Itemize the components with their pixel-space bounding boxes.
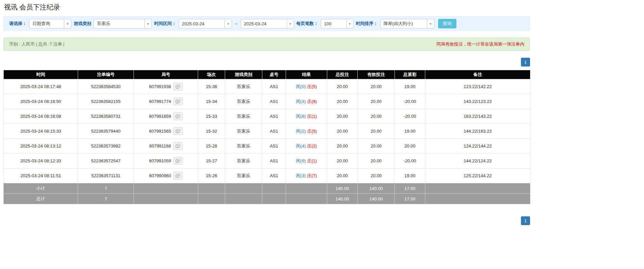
table-row: 2025-03-24 08:16:08 522363580731 6079916… xyxy=(4,109,530,124)
page-size-label: 每页笔数： xyxy=(296,21,318,27)
cell-total-bet[interactable]: 20.00 xyxy=(327,124,358,139)
cell-total-bet[interactable]: 20.00 xyxy=(327,168,358,183)
cell-total-bet[interactable]: 20.00 xyxy=(327,94,358,109)
cell-table-no: AS1 xyxy=(262,139,286,154)
pagination-top: 1 xyxy=(3,58,530,66)
table-row: 2025-03-24 08:13:12 522363573982 6079911… xyxy=(4,139,530,154)
subtotal-count: 7 xyxy=(78,183,134,194)
cell-payout: -20.00 xyxy=(395,94,425,109)
game-type-label: 游戏类别 xyxy=(74,21,91,27)
date-to-dropdown[interactable]: 2025-03-24 ▾ xyxy=(241,19,294,28)
cell-round-id: 607991774 xyxy=(134,94,198,109)
total-row: 总计 7 140.00 140.00 17.00 xyxy=(4,194,530,204)
summary-info: 币别 : 人民币 | 总共 :7 注单 | xyxy=(9,41,65,47)
col-header-valid-bet: 有效投注 xyxy=(358,70,395,79)
col-header-result: 结果 xyxy=(286,70,327,79)
page-title: 视讯 会员下注纪录 xyxy=(4,3,530,12)
cell-payout: 19.00 xyxy=(395,168,425,183)
cards-icon xyxy=(175,99,181,104)
round-id-value: 607991059 xyxy=(149,158,171,163)
pagination-bottom: 1 xyxy=(3,216,530,232)
select-type-label: 请选择： xyxy=(9,21,27,27)
total-valid-bet: 140.00 xyxy=(358,194,395,204)
result-player: 闲(8) xyxy=(296,114,306,119)
view-cards-button[interactable] xyxy=(173,127,183,135)
table-row: 2025-03-24 08:11:51 522363571131 6079909… xyxy=(4,168,530,183)
cell-result: 闲(9)庄(1) xyxy=(286,154,327,168)
cell-bet-id: 522363572547 xyxy=(78,154,134,168)
cell-bet-id: 522363584530 xyxy=(78,79,134,94)
total-total-bet: 140.00 xyxy=(327,194,358,204)
view-cards-button[interactable] xyxy=(173,157,183,165)
bet-records-table: 时间 注单编号 局号 场次 游戏类别 桌号 结果 总投注 有效投注 总派彩 备注… xyxy=(3,70,530,204)
page-size-value: 100 xyxy=(321,19,346,28)
total-count: 7 xyxy=(78,194,134,204)
search-button[interactable]: 查询 xyxy=(438,19,456,28)
page-size-dropdown[interactable]: 100 ▾ xyxy=(321,19,354,28)
sort-order-value: 降幂(由大到小) xyxy=(381,19,427,28)
round-id-value: 607991774 xyxy=(149,99,171,104)
cell-valid-bet: 20.00 xyxy=(358,109,395,124)
cards-icon xyxy=(175,173,181,178)
cell-game-type: 百家乐 xyxy=(225,109,262,124)
round-id-value: 607991168 xyxy=(149,143,171,149)
result-banker: 庄(7) xyxy=(307,173,317,178)
cell-time: 2025-03-24 08:16:50 xyxy=(4,94,78,109)
cell-session: 15-27 xyxy=(198,154,225,168)
cell-game-type: 百家乐 xyxy=(225,79,262,94)
subtotal-valid-bet: 140.00 xyxy=(358,183,395,194)
cell-payout: 20.00 xyxy=(395,139,425,154)
cell-session: 15-26 xyxy=(198,168,225,183)
cards-icon xyxy=(175,159,181,163)
view-cards-button[interactable] xyxy=(173,98,183,105)
cell-bet-id: 522363571131 xyxy=(78,168,134,183)
game-type-dropdown[interactable]: 百家乐 ▾ xyxy=(94,19,152,28)
summary-notice: 同局有效投注，统一计算在该局第一张注单内 xyxy=(436,41,524,47)
view-cards-button[interactable] xyxy=(173,172,183,180)
cards-icon xyxy=(175,84,181,89)
subtotal-total-bet: 140.00 xyxy=(327,183,358,194)
subtotal-label: 小计 xyxy=(4,183,78,194)
cell-payout: -20.00 xyxy=(395,154,425,168)
col-header-session: 场次 xyxy=(198,70,225,79)
page-button-1[interactable]: 1 xyxy=(521,58,530,66)
cell-table-no: AS1 xyxy=(262,94,286,109)
cell-total-bet[interactable]: 20.00 xyxy=(327,79,358,94)
cell-time: 2025-03-24 08:12:33 xyxy=(4,154,78,168)
result-player: 闲(3) xyxy=(296,99,306,104)
cell-game-type: 百家乐 xyxy=(225,124,262,139)
cell-total-bet[interactable]: 20.00 xyxy=(327,139,358,154)
cell-table-no: AS1 xyxy=(262,168,286,183)
round-id-value: 607991659 xyxy=(149,114,171,119)
cell-game-type: 百家乐 xyxy=(225,154,262,168)
page-button-1[interactable]: 1 xyxy=(521,216,530,225)
table-header-row: 时间 注单编号 局号 场次 游戏类别 桌号 结果 总投注 有效投注 总派彩 备注 xyxy=(4,70,530,79)
view-cards-button[interactable] xyxy=(173,112,183,120)
round-id-value: 607990960 xyxy=(149,173,171,178)
date-to-value: 2025-03-24 xyxy=(241,19,287,28)
select-type-dropdown[interactable]: 日期查询 ▾ xyxy=(29,19,71,28)
cell-time: 2025-03-24 08:15:33 xyxy=(4,124,78,139)
cell-total-bet[interactable]: 20.00 xyxy=(327,109,358,124)
table-row: 2025-03-24 08:17:48 522363584530 6079919… xyxy=(4,79,530,94)
cell-result: 闲(4)庄(2) xyxy=(286,139,327,154)
cell-round-id: 607991938 xyxy=(134,79,198,94)
date-from-dropdown[interactable]: 2025-03-24 ▾ xyxy=(178,19,232,28)
cell-valid-bet: 20.00 xyxy=(358,94,395,109)
cell-table-no: AS1 xyxy=(262,154,286,168)
view-cards-button[interactable] xyxy=(173,142,183,150)
cell-valid-bet: 20.00 xyxy=(358,139,395,154)
cell-total-bet[interactable]: 20.00 xyxy=(327,154,358,168)
result-banker: 庄(5) xyxy=(307,129,317,134)
page: 视讯 会员下注纪录 请选择： 日期查询 ▾ 游戏类别 百家乐 ▾ 时间区间： 2… xyxy=(3,0,530,232)
result-banker: 庄(5) xyxy=(307,84,317,89)
col-header-round-id: 局号 xyxy=(134,70,198,79)
cell-session: 15-28 xyxy=(198,139,225,154)
date-range-separator: ~ xyxy=(234,21,238,26)
round-id-value: 607991938 xyxy=(149,84,171,89)
cell-table-no: AS1 xyxy=(262,124,286,139)
cell-round-id: 607991565 xyxy=(134,124,198,139)
view-cards-button[interactable] xyxy=(173,83,183,90)
total-payout: 17.00 xyxy=(395,194,425,204)
sort-order-dropdown[interactable]: 降幂(由大到小) ▾ xyxy=(380,19,434,28)
